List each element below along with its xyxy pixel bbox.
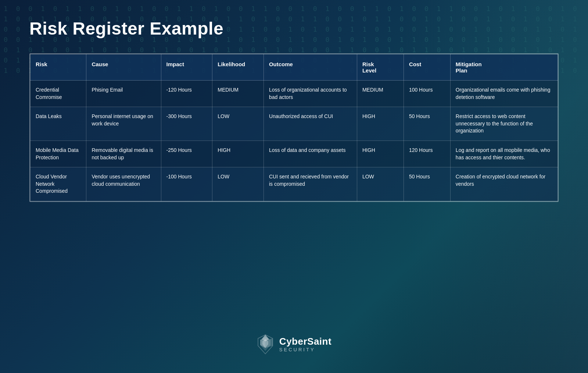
cell-outcome: Loss of data and company assets (263, 141, 357, 167)
header-risk-level: RiskLevel (357, 54, 404, 81)
cell-cost: 50 Hours (404, 107, 450, 141)
cell-mitigation: Log and report on all mopbile media, who… (450, 141, 557, 167)
cell-cost: 50 Hours (404, 167, 450, 201)
cell-risk: Cloud Vendor Network Compromised (31, 167, 86, 201)
table-row: Cloud Vendor Network CompromisedVendor u… (31, 167, 558, 201)
cell-mitigation: Organizational emails come with phishing… (450, 81, 557, 107)
footer: CyberSaint SECURITY (0, 334, 588, 355)
cell-likelihood: LOW (212, 167, 264, 201)
table-row: Mobile Media Data ProtectionRemovable di… (31, 141, 558, 167)
table-header-row: Risk Cause Impact Likelihood Outcome Ris… (31, 54, 558, 81)
cell-risk-level: HIGH (357, 107, 404, 141)
cell-cause: Vendor uses unencrypted cloud communicat… (86, 167, 161, 201)
cell-outcome: CUI sent and recieved from vendor is com… (263, 167, 357, 201)
cell-cause: Personal internet usage on work device (86, 107, 161, 141)
logo-name: CyberSaint (279, 337, 331, 346)
cell-impact: -100 Hours (161, 167, 212, 201)
header-cause: Cause (86, 54, 161, 81)
table-row: Credential ComromisePhising Email-120 Ho… (31, 81, 558, 107)
header-outcome: Outcome (263, 54, 357, 81)
header-cost: Cost (404, 54, 450, 81)
cell-impact: -120 Hours (161, 81, 212, 107)
cell-impact: -300 Hours (161, 107, 212, 141)
cell-likelihood: MEDIUM (212, 81, 264, 107)
cell-likelihood: HIGH (212, 141, 264, 167)
risk-register-table: Risk Cause Impact Likelihood Outcome Ris… (30, 54, 558, 201)
header-mitigation: MitigationPlan (450, 54, 557, 81)
cybersaint-logo-icon (257, 334, 274, 355)
cell-mitigation: Restrict access to web content unnecessa… (450, 107, 557, 141)
cell-impact: -250 Hours (161, 141, 212, 167)
page-title: Risk Register Example (29, 18, 559, 39)
cell-cost: 100 Hours (404, 81, 450, 107)
logo-subtitle: SECURITY (279, 347, 315, 352)
page-content: Risk Register Example Risk Cause Impact … (0, 0, 588, 217)
cell-risk: Credential Comromise (31, 81, 86, 107)
logo-text: CyberSaint SECURITY (279, 337, 331, 352)
cell-risk-level: MEDIUM (357, 81, 404, 107)
table-body: Credential ComromisePhising Email-120 Ho… (31, 81, 558, 201)
cell-likelihood: LOW (212, 107, 264, 141)
header-impact: Impact (161, 54, 212, 81)
header-likelihood: Likelihood (212, 54, 264, 81)
risk-register-table-wrapper: Risk Cause Impact Likelihood Outcome Ris… (29, 53, 559, 202)
header-risk: Risk (31, 54, 86, 81)
cell-cost: 120 Hours (404, 141, 450, 167)
cell-cause: Phising Email (86, 81, 161, 107)
cell-outcome: Unauthorized access of CUI (263, 107, 357, 141)
cell-risk-level: HIGH (357, 141, 404, 167)
cell-cause: Removable digital media is not backed up (86, 141, 161, 167)
cell-mitigation: Creation of encrypted cloud network for … (450, 167, 557, 201)
cell-outcome: Loss of organizational accounts to bad a… (263, 81, 357, 107)
cell-risk: Mobile Media Data Protection (31, 141, 86, 167)
cell-risk-level: LOW (357, 167, 404, 201)
cell-risk: Data Leaks (31, 107, 86, 141)
table-row: Data LeaksPersonal internet usage on wor… (31, 107, 558, 141)
